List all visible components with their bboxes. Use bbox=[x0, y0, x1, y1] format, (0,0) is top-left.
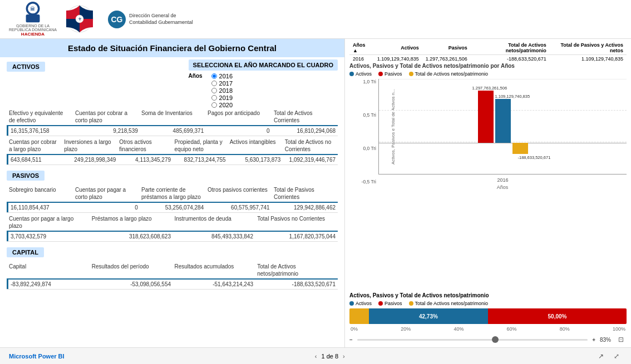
segment-activos: 42,73% bbox=[369, 308, 488, 324]
slider-minus[interactable]: − bbox=[349, 337, 353, 343]
horiz-legend-pasivos: Pasivos bbox=[378, 301, 402, 306]
val-intangibles: 5,630,173,873 bbox=[228, 155, 283, 164]
svg-text:🏛: 🏛 bbox=[30, 6, 35, 12]
td-pasivos-val: 1.297,763,261,506 bbox=[422, 55, 471, 63]
col-resultados-acumulados: Resultados acumulados bbox=[172, 262, 255, 278]
horiz-legend-activos-dot bbox=[349, 301, 354, 306]
slider-row: − + 83% ⊡ bbox=[349, 334, 627, 345]
legend-total-netos-dot bbox=[409, 72, 413, 76]
slider-thumb[interactable] bbox=[492, 336, 499, 343]
cg-logo: CG Dirección General de Contabilidad Gub… bbox=[108, 11, 193, 28]
x-axis-title: Años bbox=[378, 185, 627, 190]
horiz-legend-pasivos-dot bbox=[378, 301, 383, 306]
page-indicator: 1 de 8 bbox=[322, 353, 339, 360]
selecciona-row: ACTIVOS SELECCIONA EL AÑO MARCANDO EL CU… bbox=[0, 57, 344, 108]
header-logos: 🏛 GOBIERNO DE LA REPÚBLICA DOMINICANA HA… bbox=[9, 2, 193, 37]
val-prestamos-largo: 318,623,608,623 bbox=[91, 232, 173, 241]
segment-pasivos-label: 50,00% bbox=[548, 313, 567, 320]
segment-activos-label: 42,73% bbox=[419, 313, 438, 320]
bar-netos-label: -188,633,520,671 bbox=[518, 155, 534, 160]
pasivos-no-corrientes-row: 3,703,432,579 318,623,608,623 845,493,33… bbox=[7, 232, 338, 242]
segment-netos bbox=[349, 308, 369, 324]
val-resultados-acumulados: -51,643,214,243 bbox=[173, 280, 255, 289]
zoom-slider[interactable] bbox=[357, 339, 588, 341]
val-otros-activos: 4,113,345,279 bbox=[118, 155, 173, 164]
capital-grid: Capital Resultados del período Resultado… bbox=[7, 262, 338, 290]
year-2020[interactable]: 2020 bbox=[211, 102, 233, 108]
val-total-capital: -188,633,520,671 bbox=[255, 280, 338, 289]
val-cuentas-largo: 643,684,511 bbox=[7, 155, 63, 164]
activos-corrientes-header: Efectivo y equivalente de efectivo Cuent… bbox=[7, 108, 338, 126]
col-sobregiro: Sobregiro bancario bbox=[7, 185, 73, 202]
fit-screen-icon[interactable]: ⊡ bbox=[615, 334, 627, 345]
col-total-corrientes: Total de Activos Corrientes bbox=[272, 108, 338, 125]
bar-activos bbox=[495, 99, 511, 143]
activos-no-corrientes-row: 643,684,511 249,218,998,349 4,113,345,27… bbox=[7, 155, 338, 165]
bar-activos-container: 1.109,129,740,835 bbox=[495, 79, 511, 174]
year-2018[interactable]: 2018 bbox=[211, 87, 233, 94]
col-total-no-corrientes: Total de Activos no Corrientes bbox=[283, 137, 338, 154]
year-options[interactable]: 2016 2017 2018 2019 2020 bbox=[211, 73, 233, 108]
activos-corrientes-grid: Efectivo y equivalente de efectivo Cuent… bbox=[7, 108, 338, 136]
slider-plus[interactable]: + bbox=[592, 337, 595, 343]
bar-netos-container: -188,633,520,671 bbox=[512, 79, 528, 174]
y-axis: 1,0 Tri 0,5 Tri 0,0 Tri -0,5 Tri bbox=[349, 79, 378, 185]
summary-table: Años ▲ Activos Pasivos Total de Activos … bbox=[349, 41, 627, 63]
year-2019[interactable]: 2019 bbox=[211, 94, 233, 101]
next-page-btn[interactable]: › bbox=[343, 353, 345, 360]
fullscreen-icon[interactable]: ⤢ bbox=[611, 351, 622, 362]
td-year: 2016 bbox=[349, 55, 374, 63]
svg-text:⚜: ⚜ bbox=[77, 17, 81, 22]
left-panel: Estado de Situación Financiera del Gobie… bbox=[0, 39, 345, 347]
val-inversiones: 249,218,998,349 bbox=[63, 155, 119, 164]
horiz-bar-section: Activos, Pasivos y Total de Activos neto… bbox=[349, 292, 627, 332]
rd-logo: ⚜ bbox=[66, 5, 93, 34]
val-propiedad: 832,713,244,755 bbox=[173, 155, 228, 164]
capital-header: Capital Resultados del período Resultado… bbox=[7, 262, 338, 280]
legend-activos-dot bbox=[349, 72, 354, 76]
pasivos-corrientes-header: Sobregiro bancario Cuentas por pagar a c… bbox=[7, 185, 338, 203]
horiz-bar-scale: 0% 20% 40% 60% 80% 100% bbox=[349, 326, 627, 332]
legend-total-netos: Total de Activos netos/patrimonio bbox=[409, 71, 489, 77]
col-otros-activos: Otros activos financieros bbox=[117, 137, 172, 154]
bar-chart-section: Activos, Pasivos y Total de Activos neto… bbox=[349, 63, 627, 288]
val-otros-pasivos: 60,575,957,741 bbox=[206, 203, 272, 212]
prev-page-btn[interactable]: ‹ bbox=[315, 353, 317, 360]
col-propiedad: Propiedad, planta y equipo neto bbox=[172, 137, 228, 154]
year-2017[interactable]: 2017 bbox=[211, 80, 233, 87]
share-icon[interactable]: ↗ bbox=[595, 351, 607, 362]
page-title: Estado de Situación Financiera del Gobie… bbox=[0, 39, 344, 57]
col-total-pasivos-corrientes: Total de Pasivos Corrientes bbox=[272, 185, 338, 202]
val-cuentas-corto: 9,218,539 bbox=[74, 126, 140, 136]
gov-logo: 🏛 GOBIERNO DE LA REPÚBLICA DOMINICANA HA… bbox=[9, 2, 57, 37]
legend-pasivos: Pasivos bbox=[378, 71, 402, 77]
bars-group: 1.297,763,261,506 1.109,129,740,835 -188… bbox=[478, 79, 528, 174]
powerbi-link[interactable]: Microsoft Power BI bbox=[9, 353, 65, 360]
bar-chart-legend: Activos Pasivos Total de Activos netos/p… bbox=[349, 71, 627, 77]
cg-text: Dirección General de Contabilidad Gubern… bbox=[129, 13, 193, 26]
bar-chart-title: Activos, Pasivos y Total de Activos neto… bbox=[349, 63, 627, 69]
val-inventarios: 485,699,371 bbox=[140, 126, 206, 136]
year-2016[interactable]: 2016 bbox=[211, 73, 233, 79]
capital-label: CAPITAL bbox=[7, 247, 44, 257]
horiz-legend-total: Total de Activos netos/patrimonio bbox=[409, 301, 489, 306]
val-capital: -83,892,249,874 bbox=[7, 280, 91, 289]
gov-shield-icon: 🏛 bbox=[22, 2, 44, 24]
col-instrumentos: Instrumentos de deuda bbox=[172, 214, 255, 231]
val-total-pasivos-corrientes: 129,942,886,462 bbox=[272, 203, 338, 212]
th-total-pasivos-activos: Total de Pasivos y Activos netos bbox=[550, 41, 627, 55]
horiz-bar-track: 42,73% 50,00% bbox=[349, 308, 627, 324]
capital-row: -83,892,249,874 -53,098,056,554 -51,643,… bbox=[7, 280, 338, 290]
bar-activos-label: 1.109,129,740,835 bbox=[495, 94, 511, 99]
val-sobregiro: 16,110,854,437 bbox=[7, 203, 74, 212]
segment-pasivos: 50,00% bbox=[488, 308, 627, 324]
val-pagar-largo: 3,703,432,579 bbox=[7, 232, 91, 241]
footer: Microsoft Power BI ‹ 1 de 8 › ↗ ⤢ bbox=[0, 347, 631, 364]
th-anos: Años ▲ bbox=[349, 41, 374, 55]
header: 🏛 GOBIERNO DE LA REPÚBLICA DOMINICANA HA… bbox=[0, 0, 631, 39]
pasivos-no-corrientes-grid: Cuentas por pagar a largo plazo Préstamo… bbox=[7, 214, 338, 242]
selecciona-label: SELECCIONA EL AÑO MARCANDO EL CUADRO bbox=[189, 59, 338, 71]
col-resultados-periodo: Resultados del período bbox=[90, 262, 172, 278]
col-pagar-largo: Cuentas por pagar a largo plazo bbox=[7, 214, 90, 231]
bar-chart-viz: 1,0 Tri 0,5 Tri 0,0 Tri -0,5 Tri Activos… bbox=[349, 79, 627, 185]
